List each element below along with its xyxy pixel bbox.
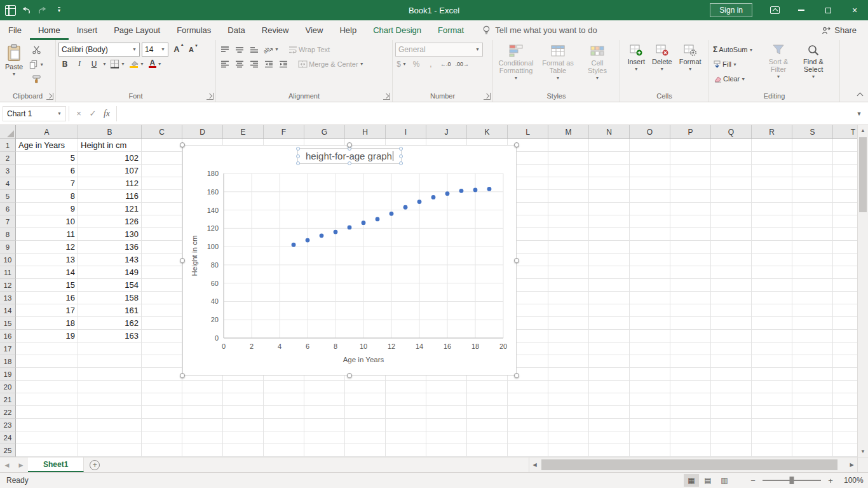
cell-T1[interactable] <box>833 139 857 152</box>
cell-Q25[interactable] <box>711 444 752 457</box>
cell-H22[interactable] <box>345 406 386 419</box>
zoom-slider-thumb[interactable] <box>790 477 794 484</box>
cell-N11[interactable] <box>589 266 630 279</box>
copy-button[interactable]: ▼ <box>27 58 45 71</box>
cell-N10[interactable] <box>589 254 630 266</box>
cell-S25[interactable] <box>792 444 833 457</box>
cell-R16[interactable] <box>752 330 792 342</box>
cell-O1[interactable] <box>630 139 670 152</box>
column-header-f[interactable]: F <box>264 125 304 139</box>
title-handle[interactable] <box>296 161 300 165</box>
normal-view-button[interactable]: ▦ <box>684 474 699 487</box>
row-header-4[interactable]: 4 <box>0 177 16 190</box>
scroll-down-icon[interactable]: ▼ <box>858 446 868 457</box>
cell-O5[interactable] <box>630 190 670 203</box>
cell-A8[interactable]: 11 <box>16 228 78 241</box>
cell-N3[interactable] <box>589 165 630 177</box>
column-header-t[interactable]: T <box>833 125 857 139</box>
cell-G25[interactable] <box>304 444 345 457</box>
cell-L22[interactable] <box>508 406 548 419</box>
cell-R7[interactable] <box>752 215 792 228</box>
cell-A21[interactable] <box>16 393 78 406</box>
minimize-button[interactable] <box>788 0 815 20</box>
cell-N23[interactable] <box>589 419 630 431</box>
vertical-scrollbar[interactable]: ▲ ▼ <box>857 125 868 457</box>
cell-G22[interactable] <box>304 406 345 419</box>
cell-I24[interactable] <box>386 431 426 444</box>
cell-M10[interactable] <box>548 254 589 266</box>
cell-M24[interactable] <box>548 431 589 444</box>
row-header-18[interactable]: 18 <box>0 355 16 368</box>
number-dialog-launcher[interactable] <box>484 93 491 100</box>
cell-N1[interactable] <box>589 139 630 152</box>
row-header-9[interactable]: 9 <box>0 241 16 254</box>
bottom-align-button[interactable] <box>248 43 261 56</box>
cell-A24[interactable] <box>16 431 78 444</box>
cell-C2[interactable] <box>142 152 182 165</box>
cell-O8[interactable] <box>630 228 670 241</box>
cell-N17[interactable] <box>589 342 630 355</box>
cell-P8[interactable] <box>670 228 711 241</box>
excel-app-icon[interactable] <box>5 5 16 16</box>
clipboard-dialog-launcher[interactable] <box>46 93 53 100</box>
cell-Q14[interactable] <box>711 304 752 317</box>
cell-C19[interactable] <box>142 368 182 381</box>
cell-P19[interactable] <box>670 368 711 381</box>
tab-insert[interactable]: Insert <box>69 20 106 40</box>
formula-input[interactable] <box>119 106 853 121</box>
chart-resize-handle[interactable] <box>180 373 185 378</box>
cell-M20[interactable] <box>548 381 589 393</box>
cell-T3[interactable] <box>833 165 857 177</box>
cell-A18[interactable] <box>16 355 78 368</box>
cell-H21[interactable] <box>345 393 386 406</box>
row-header-13[interactable]: 13 <box>0 292 16 304</box>
cell-E20[interactable] <box>223 381 264 393</box>
cell-P17[interactable] <box>670 342 711 355</box>
cell-N20[interactable] <box>589 381 630 393</box>
cell-C17[interactable] <box>142 342 182 355</box>
column-header-l[interactable]: L <box>508 125 548 139</box>
row-header-22[interactable]: 22 <box>0 406 16 419</box>
cell-O6[interactable] <box>630 203 670 215</box>
cell-Q12[interactable] <box>711 279 752 292</box>
cell-P21[interactable] <box>670 393 711 406</box>
cell-S10[interactable] <box>792 254 833 266</box>
cell-T16[interactable] <box>833 330 857 342</box>
font-size-select[interactable]: 14▼ <box>142 43 168 57</box>
title-handle[interactable] <box>348 161 351 165</box>
cell-N15[interactable] <box>589 317 630 330</box>
cell-Q23[interactable] <box>711 419 752 431</box>
cell-O19[interactable] <box>630 368 670 381</box>
page-break-view-button[interactable]: ▥ <box>717 474 732 487</box>
cell-M11[interactable] <box>548 266 589 279</box>
increase-font-size-button[interactable]: A▲ <box>170 43 183 56</box>
cell-P9[interactable] <box>670 241 711 254</box>
cell-C7[interactable] <box>142 215 182 228</box>
cell-Q3[interactable] <box>711 165 752 177</box>
cell-Q5[interactable] <box>711 190 752 203</box>
cell-N9[interactable] <box>589 241 630 254</box>
cell-N5[interactable] <box>589 190 630 203</box>
cell-R2[interactable] <box>752 152 792 165</box>
cell-M5[interactable] <box>548 190 589 203</box>
row-header-23[interactable]: 23 <box>0 419 16 431</box>
cell-C14[interactable] <box>142 304 182 317</box>
cell-A2[interactable]: 5 <box>16 152 78 165</box>
cell-P5[interactable] <box>670 190 711 203</box>
cell-Q21[interactable] <box>711 393 752 406</box>
share-button[interactable]: Share <box>822 20 857 40</box>
cell-K20[interactable] <box>467 381 508 393</box>
cell-A10[interactable]: 13 <box>16 254 78 266</box>
cell-N7[interactable] <box>589 215 630 228</box>
cell-S6[interactable] <box>792 203 833 215</box>
cell-Q2[interactable] <box>711 152 752 165</box>
cell-R12[interactable] <box>752 279 792 292</box>
chart-resize-handle[interactable] <box>514 373 519 378</box>
redo-button[interactable] <box>36 4 49 17</box>
cell-Q4[interactable] <box>711 177 752 190</box>
cell-T8[interactable] <box>833 228 857 241</box>
zoom-in-button[interactable]: + <box>826 476 835 485</box>
customize-quick-access-toolbar-icon[interactable]: ▾ <box>53 4 65 17</box>
cell-F21[interactable] <box>264 393 304 406</box>
cell-O9[interactable] <box>630 241 670 254</box>
